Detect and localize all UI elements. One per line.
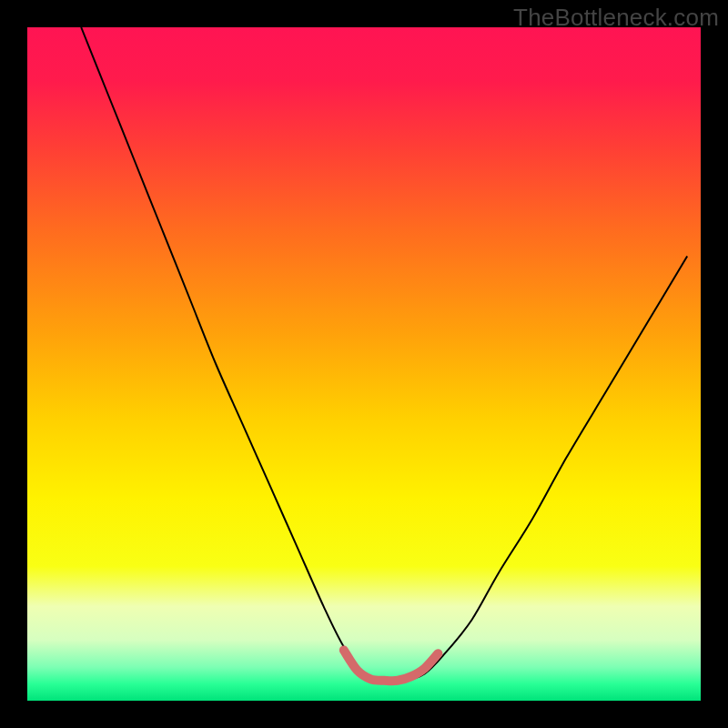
curve-layer bbox=[27, 27, 701, 701]
bottleneck-curve bbox=[81, 27, 687, 682]
optimal-band bbox=[344, 651, 439, 682]
chart-frame: TheBottleneck.com bbox=[0, 0, 728, 728]
watermark-text: TheBottleneck.com bbox=[513, 4, 719, 32]
plot-area bbox=[27, 27, 701, 701]
